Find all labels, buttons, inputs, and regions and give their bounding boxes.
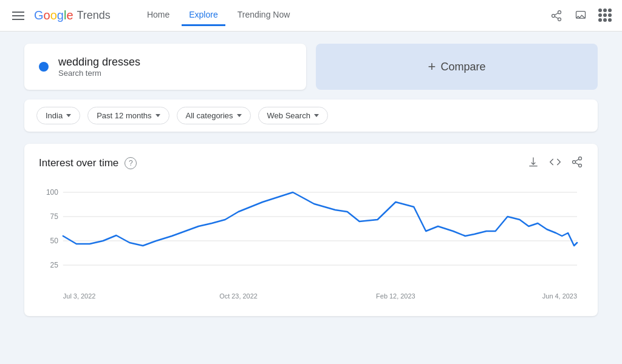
svg-text:Oct 23, 2022: Oct 23, 2022	[219, 292, 258, 300]
svg-point-1	[552, 14, 555, 17]
logo: Google Trends	[34, 8, 111, 22]
search-term-value: wedding dresses	[58, 56, 140, 69]
menu-icon[interactable]	[10, 9, 27, 22]
compare-label: Compare	[440, 61, 485, 73]
download-icon[interactable]	[527, 156, 539, 170]
svg-text:Jul 3, 2022: Jul 3, 2022	[63, 292, 96, 300]
plus-icon: +	[428, 59, 436, 75]
trends-wordmark: Trends	[77, 9, 111, 22]
header: Google Trends Home Explore Trending Now	[0, 0, 622, 32]
svg-text:50: 50	[50, 237, 59, 245]
svg-line-3	[555, 16, 558, 18]
search-term-text: wedding dresses Search term	[58, 56, 140, 78]
embed-icon[interactable]	[549, 156, 561, 170]
share-icon[interactable]	[549, 8, 564, 23]
filter-category[interactable]: All categories	[177, 107, 251, 124]
nav: Home Explore Trending Now	[140, 5, 297, 26]
search-row: wedding dresses Search term + Compare	[24, 44, 598, 90]
header-left: Google Trends	[10, 8, 111, 22]
svg-text:25: 25	[50, 261, 59, 269]
nav-explore[interactable]: Explore	[182, 5, 225, 26]
feedback-icon[interactable]	[573, 8, 588, 23]
apps-icon[interactable]	[598, 8, 612, 23]
svg-point-6	[579, 157, 582, 160]
help-icon[interactable]: ?	[125, 157, 137, 169]
svg-text:Jun 4, 2023: Jun 4, 2023	[542, 292, 577, 300]
svg-text:75: 75	[50, 212, 59, 221]
nav-trending[interactable]: Trending Now	[230, 5, 298, 26]
chart-actions	[527, 156, 583, 170]
chevron-down-icon	[156, 114, 160, 117]
filter-region[interactable]: India	[36, 107, 80, 124]
google-wordmark: Google	[34, 8, 73, 22]
svg-line-4	[555, 13, 558, 15]
chart-container: 100 75 50 25 Jul 3, 2022 Oct 23, 2022 Fe…	[39, 180, 583, 304]
main-content: wedding dresses Search term + Compare In…	[0, 32, 622, 328]
svg-point-7	[573, 161, 576, 164]
svg-line-10	[575, 159, 579, 161]
filter-search-type[interactable]: Web Search	[258, 107, 328, 124]
search-term-type: Search term	[58, 69, 140, 78]
svg-text:Feb 12, 2023: Feb 12, 2023	[376, 292, 415, 300]
search-term-card[interactable]: wedding dresses Search term	[24, 44, 306, 90]
svg-text:100: 100	[46, 188, 58, 197]
filter-time-label: Past 12 months	[97, 111, 151, 120]
chart-header: Interest over time ?	[39, 156, 583, 170]
chart-title-row: Interest over time ?	[39, 157, 137, 169]
svg-point-2	[558, 18, 561, 21]
filter-category-label: All categories	[186, 111, 233, 120]
chart-share-icon[interactable]	[571, 156, 583, 170]
compare-card[interactable]: + Compare	[316, 44, 598, 90]
chevron-down-icon	[314, 114, 319, 117]
compare-button[interactable]: + Compare	[428, 59, 486, 75]
header-right	[549, 8, 612, 23]
filter-region-label: India	[46, 111, 63, 120]
chart-card: Interest over time ?	[24, 144, 598, 316]
search-dot-indicator	[39, 62, 49, 72]
nav-home[interactable]: Home	[140, 5, 177, 26]
filters-row: India Past 12 months All categories Web …	[24, 99, 598, 132]
chevron-down-icon	[66, 114, 71, 117]
svg-point-0	[558, 10, 561, 13]
svg-line-9	[575, 163, 579, 164]
chevron-down-icon	[237, 114, 242, 117]
svg-point-8	[579, 164, 582, 167]
filter-search-type-label: Web Search	[267, 111, 310, 120]
trend-chart: 100 75 50 25 Jul 3, 2022 Oct 23, 2022 Fe…	[39, 180, 583, 302]
filter-time[interactable]: Past 12 months	[87, 107, 169, 124]
chart-title: Interest over time	[39, 157, 118, 169]
